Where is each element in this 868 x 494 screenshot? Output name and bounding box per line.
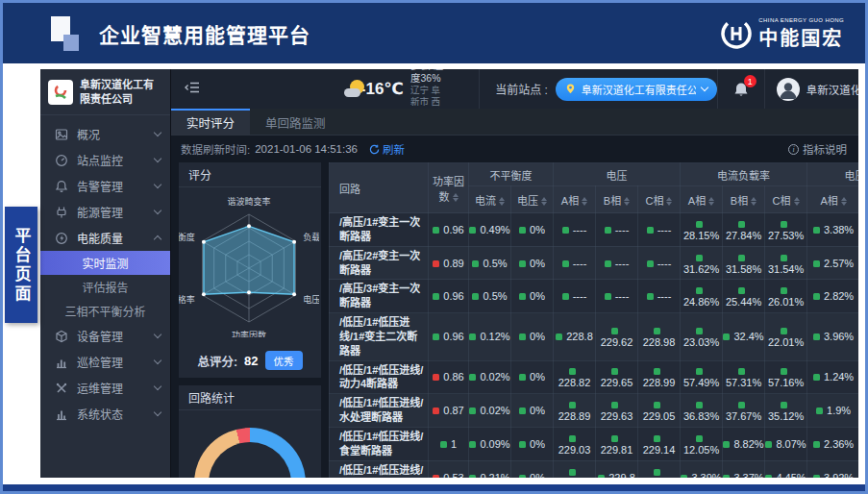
metric-cell: ---- [638, 280, 681, 313]
platform-logo [51, 16, 84, 51]
tab-实时评分[interactable]: 实时评分 [171, 109, 250, 135]
status-dot [696, 255, 703, 261]
sidebar-item-巡检管理[interactable]: 巡检管理 [40, 349, 170, 375]
sort-icon[interactable] [708, 197, 714, 206]
sort-icon[interactable] [841, 197, 847, 206]
main-area: -16℃ 多云 湿度36% 辽宁 阜新市 西北风 7级 当前站点 : 阜新汉道化… [170, 69, 858, 478]
circuit-name[interactable]: /低压/1#低压进线/1#变主二次断路器 [330, 313, 429, 361]
collapse-sidebar-icon[interactable] [185, 81, 200, 98]
brand-name-cn: 中能国宏 [758, 23, 844, 51]
status-dot [433, 260, 439, 267]
sort-icon[interactable] [666, 197, 672, 206]
platform-title: 企业智慧用能管理平台 [99, 19, 310, 48]
refresh-button[interactable]: 刷新 [369, 141, 405, 157]
column-header-A相[interactable]: A相 [681, 186, 723, 213]
status-dot [605, 293, 611, 300]
column-header-B相[interactable]: B相 [596, 186, 638, 213]
sort-icon[interactable] [453, 193, 459, 202]
sort-icon[interactable] [499, 197, 505, 206]
indicator-help-button[interactable]: i 指标说明 [788, 141, 847, 157]
sidebar-item-电能质量[interactable]: 电能质量 [40, 225, 170, 251]
chevron-down-icon [154, 383, 161, 390]
sidebar-item-站点监控[interactable]: 站点监控 [40, 147, 170, 173]
metric-cell: 31.54% [765, 246, 807, 280]
sidebar-menu: 概况站点监控告警管理能源管理电能质量实时监测评估报告三相不平衡分析设备管理巡检管… [40, 115, 170, 427]
column-header-C相[interactable]: C相 [638, 186, 681, 213]
status-dot [647, 227, 654, 234]
status-dot [519, 408, 526, 414]
sidebar-item-能源管理[interactable]: 能源管理 [40, 199, 170, 225]
sort-icon[interactable] [541, 197, 547, 206]
status-dot [696, 287, 703, 294]
table-row[interactable]: /高压/3#变主一次断路器0.960.5%0%------------24.86… [330, 280, 859, 313]
column-header-A相[interactable]: A相 [554, 186, 596, 213]
metric-cell: 228.8 [554, 313, 596, 361]
sidebar-item-概况[interactable]: 概况 [40, 121, 170, 147]
table-row[interactable]: /高压/2#变主一次断路器0.890.5%0%------------31.62… [330, 246, 859, 280]
user-menu[interactable]: 阜新汉道化工有限责任公 [764, 69, 858, 109]
metric-cell: 229.14 [638, 460, 681, 478]
sidebar-subitem-实时监测[interactable]: 实时监测 [40, 251, 170, 275]
refresh-icon [369, 144, 380, 155]
column-header-电流[interactable]: 电流 [469, 186, 511, 213]
circuit-name[interactable]: /低压/1#低压进线/动力4断路器 [330, 360, 429, 394]
maintenance-icon [54, 381, 68, 395]
status-dot [647, 260, 654, 267]
app-window: 阜新汉道化工有限责任公司 概况站点监控告警管理能源管理电能质量实时监测评估报告三… [40, 69, 858, 478]
sidebar-subitem-评估报告[interactable]: 评估报告 [40, 275, 170, 299]
score-radar-chart: 谐波畸变率负载率电压合格率功率因数频率合格率三相不平衡度 [179, 187, 319, 337]
metric-cell: 1.24% [807, 360, 858, 394]
circuit-name[interactable]: /高压/3#变主一次断路器 [330, 280, 429, 313]
circuit-name[interactable]: /高压/2#变主一次断路器 [330, 246, 429, 280]
tab-单回路监测[interactable]: 单回路监测 [250, 109, 341, 135]
metric-cell: ---- [638, 246, 681, 280]
column-header-B相[interactable]: B相 [723, 186, 765, 213]
metric-cell: 0.53 [429, 460, 469, 478]
sidebar-item-设备管理[interactable]: 设备管理 [40, 323, 170, 349]
total-score-value: 82 [244, 354, 258, 368]
circuit-name[interactable]: /高压/1#变主一次断路器 [330, 213, 429, 247]
sort-icon[interactable] [794, 197, 800, 206]
metric-cell: 0.5% [469, 246, 511, 280]
sort-icon[interactable] [582, 197, 587, 206]
metric-cell: ---- [554, 280, 596, 313]
metric-cell: 0.21% [469, 460, 511, 478]
status-dot [781, 287, 787, 294]
notifications-button[interactable]: 1 [717, 69, 764, 109]
sidebar-item-运维管理[interactable]: 运维管理 [40, 375, 170, 401]
circuit-name[interactable]: /低压/1#低压进线/机修断路器 [330, 460, 429, 478]
sidebar-item-系统状态[interactable]: 系统状态 [40, 401, 170, 427]
status-dot [433, 333, 439, 340]
column-header-C相[interactable]: C相 [765, 186, 807, 213]
column-header-A相[interactable]: A相 [807, 186, 858, 213]
table-row[interactable]: /低压/1#低压进线/机修断路器0.530.21%0%228.75229.822… [330, 460, 859, 478]
chevron-down-icon [154, 207, 161, 214]
sidebar-subitem-三相不平衡分析[interactable]: 三相不平衡分析 [40, 299, 170, 323]
sort-icon[interactable] [751, 197, 756, 206]
table-row[interactable]: /低压/1#低压进线/动力4断路器0.860.02%0%228.82229.65… [330, 360, 859, 394]
chevron-down-icon [154, 155, 161, 162]
status-dot [738, 368, 745, 375]
table-row[interactable]: /高压/1#变主一次断路器0.960.49%0%------------28.1… [330, 213, 859, 247]
status-dot [611, 368, 618, 375]
status-dot [813, 333, 820, 340]
status-dot [654, 402, 660, 408]
page-tag-label: 平台页面 [5, 207, 37, 323]
sort-icon[interactable] [624, 197, 630, 206]
circuit-name[interactable]: /低压/1#低压进线/食堂断路器 [330, 427, 429, 460]
column-header-电压[interactable]: 电压 [511, 186, 554, 213]
brand-circle-icon [719, 16, 754, 51]
column-header-power-factor[interactable]: 功率因数 [429, 163, 469, 213]
table-row[interactable]: /低压/1#低压进线/1#变主二次断路器0.960.12%0%228.8229.… [330, 313, 859, 361]
metric-cell: 3.37% [723, 460, 765, 478]
metric-cell: 0.12% [469, 313, 511, 361]
table-row[interactable]: /低压/1#低压进线/食堂断路器10.09%0%229.03229.81229.… [330, 427, 859, 460]
sidebar-item-告警管理[interactable]: 告警管理 [40, 173, 170, 199]
tabbar: 实时评分单回路监测 [171, 109, 858, 136]
site-selector[interactable]: 阜新汉道化工有限责任公司 [556, 78, 717, 101]
status-dot [813, 227, 820, 234]
power-quality-icon [54, 231, 68, 245]
table-row[interactable]: /低压/1#低压进线/水处理断路器0.870.02%0%228.89229.63… [330, 394, 859, 428]
svg-text:负载率: 负载率 [303, 232, 319, 242]
circuit-name[interactable]: /低压/1#低压进线/水处理断路器 [330, 394, 429, 428]
